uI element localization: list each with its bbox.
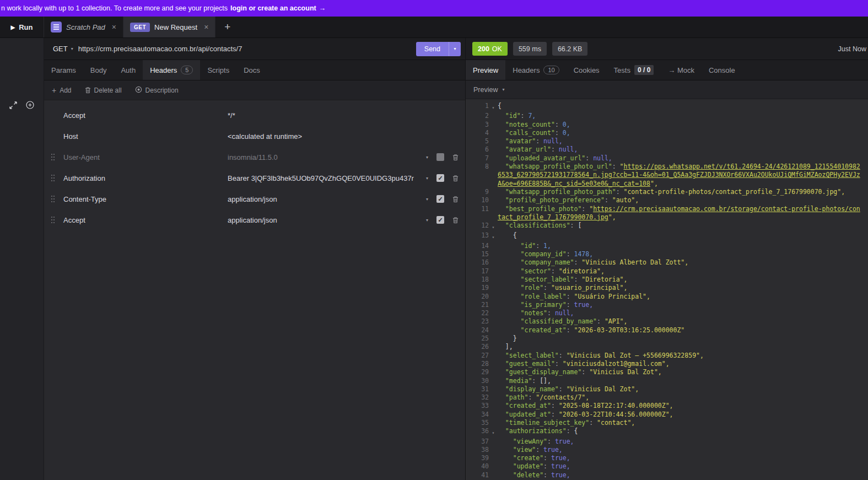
drag-handle-icon[interactable] <box>51 153 58 161</box>
token-s: "/contacts/7", <box>536 393 589 401</box>
token-p <box>498 129 505 137</box>
fold-arrow-icon[interactable]: ▾ <box>489 427 498 437</box>
tab-new-request[interactable]: GET New Request × <box>123 17 215 37</box>
delete-header-icon[interactable] <box>452 196 459 203</box>
tab-label: Console <box>709 66 735 74</box>
line-number: 30 <box>466 377 489 385</box>
token-k: "created_at" <box>521 326 567 334</box>
delete-header-icon[interactable] <box>452 175 459 182</box>
response-timestamp[interactable]: Just Now <box>838 45 867 53</box>
tab--mock[interactable]: → Mock <box>661 60 702 80</box>
token-p <box>498 258 521 266</box>
fold-arrow-icon[interactable]: ▾ <box>489 231 498 241</box>
run-button[interactable]: ▶ Run <box>0 17 44 37</box>
close-icon[interactable]: × <box>204 23 208 31</box>
code-content: "updated_at": "2026-03-22T10:44:56.00000… <box>498 411 868 419</box>
token-k: "sector" <box>521 267 551 275</box>
tab-label: Headers <box>150 66 177 74</box>
delete-header-icon[interactable] <box>452 217 459 224</box>
add-header-button[interactable]: + Add <box>52 86 72 95</box>
header-row: Accept*/* <box>44 105 465 126</box>
fold-arrow-icon[interactable]: ▾ <box>489 102 498 112</box>
code-content: "select_label": "Vinicius Dal Zot — +556… <box>498 352 868 360</box>
add-collection-icon[interactable] <box>26 101 34 111</box>
send-button[interactable]: Send ▾ <box>416 42 461 56</box>
token-p <box>498 368 505 376</box>
tab-preview[interactable]: Preview <box>466 60 505 80</box>
tab-scripts[interactable]: Scripts <box>200 60 236 80</box>
banner-login-link[interactable]: login or create an account <box>230 4 316 12</box>
token-s: "Usuário Principal", <box>574 293 650 300</box>
code-content: "classified_by_name": "API", <box>498 317 868 326</box>
delete-all-button[interactable]: Delete all <box>85 87 122 94</box>
code-line: 34 "updated_at": "2026-03-22T10:44:56.00… <box>466 411 868 419</box>
code-content: "created_at": "2026-03-20T03:16:25.00000… <box>498 326 868 335</box>
drag-handle-icon[interactable] <box>51 216 58 224</box>
chevron-down-icon[interactable]: ▾ <box>426 218 428 223</box>
token-s: "Diretoria", <box>581 276 627 283</box>
preview-mode-selector[interactable]: Preview ▾ <box>466 80 868 99</box>
line-number: 2 <box>466 112 489 120</box>
drag-handle-icon[interactable] <box>51 195 58 203</box>
enable-checkbox[interactable] <box>436 153 444 161</box>
token-p: : <box>567 427 574 435</box>
chevron-down-icon[interactable]: ▾ <box>426 197 428 202</box>
send-label[interactable]: Send <box>416 42 449 56</box>
enable-checkbox[interactable]: ✓ <box>436 174 444 182</box>
code-content: "id": 1, <box>498 242 868 250</box>
header-name-field[interactable]: Content-Type <box>63 195 228 203</box>
token-s: ", <box>608 213 616 221</box>
method-dropdown[interactable]: GET ▾ <box>53 45 73 53</box>
fold-gutter <box>489 163 498 188</box>
tab-console[interactable]: Console <box>702 60 742 80</box>
url-input[interactable]: https://crm.precisaautomacao.com.br/api/… <box>78 45 411 53</box>
delete-header-icon[interactable] <box>452 154 459 161</box>
tab-auth[interactable]: Auth <box>114 60 143 80</box>
banner-arrow: → <box>319 4 326 12</box>
token-k: "select_label" <box>505 352 559 359</box>
token-p: : <box>528 393 536 401</box>
code-content: "avatar": null, <box>498 137 868 145</box>
drag-handle-icon[interactable] <box>51 174 58 182</box>
token-p: : <box>612 163 620 170</box>
tab-docs[interactable]: Docs <box>236 60 267 80</box>
line-number: 11 <box>466 205 489 222</box>
response-status-bar: 200 OK 559 ms 66.2 KB Just Now <box>466 38 868 60</box>
line-number: 34 <box>466 411 489 419</box>
fold-arrow-icon[interactable]: ▾ <box>489 222 498 231</box>
tab-scratch-pad[interactable]: Scratch Pad × <box>44 17 123 37</box>
tab-body[interactable]: Body <box>83 60 114 80</box>
new-tab-button[interactable]: + <box>215 17 239 37</box>
send-options-dropdown[interactable]: ▾ <box>449 42 461 56</box>
header-value-field[interactable]: application/json <box>228 195 420 203</box>
tab-cookies[interactable]: Cookies <box>567 60 607 80</box>
tab-tests[interactable]: Tests0 / 0 <box>607 60 661 80</box>
header-value-field[interactable]: Bearer 3|QF3lb3hek5UOb97QvZhGQE0VE0UIDG3… <box>228 174 420 182</box>
token-k: "created_at" <box>505 402 551 409</box>
tab-headers[interactable]: Headers10 <box>505 60 566 80</box>
tab-params[interactable]: Params <box>44 60 83 80</box>
code-line: 31 "display_name": "Vinicius Dal Zot", <box>466 385 868 393</box>
tab-headers[interactable]: Headers5 <box>143 60 200 80</box>
header-name-field[interactable]: User-Agent <box>63 153 228 161</box>
header-value-field[interactable]: insomnia/11.5.0 <box>228 153 420 161</box>
code-content: "authorizations": { <box>498 427 868 437</box>
code-content: "role": "usuario_principal", <box>498 284 868 292</box>
header-row: Acceptapplication/json▾✓ <box>44 209 465 230</box>
code-content: "view": true, <box>498 446 868 454</box>
close-icon[interactable]: × <box>112 23 116 31</box>
header-name-field[interactable]: Authorization <box>63 174 228 182</box>
code-line: 17 "sector": "diretoria", <box>466 267 868 276</box>
enable-checkbox[interactable]: ✓ <box>436 195 444 203</box>
header-name-field[interactable]: Accept <box>63 216 228 224</box>
enable-checkbox[interactable]: ✓ <box>436 216 444 224</box>
description-toggle[interactable]: Description <box>135 86 179 95</box>
chevron-down-icon[interactable]: ▾ <box>426 155 428 160</box>
header-value-field[interactable]: application/json <box>228 216 420 224</box>
chevron-down-icon[interactable]: ▾ <box>426 176 428 181</box>
expand-sidebar-icon[interactable] <box>9 101 17 111</box>
response-panel: 200 OK 559 ms 66.2 KB Just Now PreviewHe… <box>466 38 868 480</box>
fold-gutter <box>489 145 498 154</box>
fold-gutter <box>489 385 498 393</box>
token-w: } <box>513 335 517 342</box>
